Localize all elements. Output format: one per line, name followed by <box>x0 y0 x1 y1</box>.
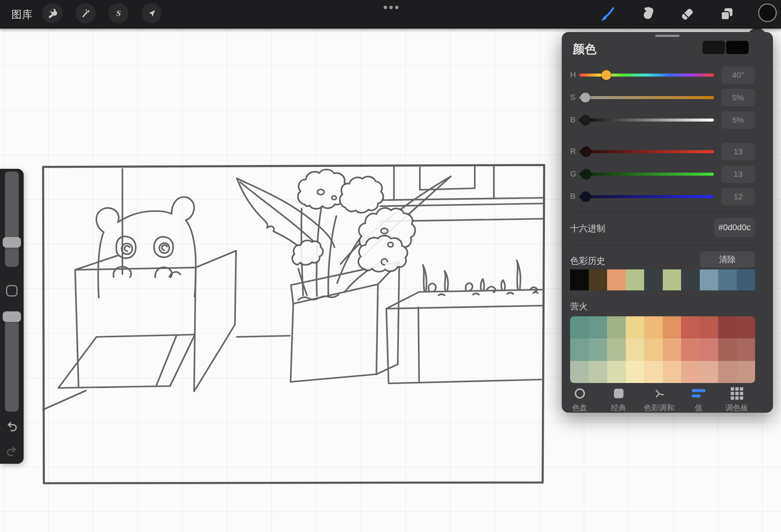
palette-swatch-r2-c5[interactable] <box>663 361 681 383</box>
palette-grid <box>570 316 755 383</box>
palette-swatch-r2-c2[interactable] <box>607 361 626 383</box>
tab-classic[interactable]: 经典 <box>598 387 640 413</box>
palette-swatch-r0-c5[interactable] <box>663 316 681 338</box>
panel-drag-handle[interactable] <box>655 35 680 37</box>
hsb-s-thumb[interactable] <box>580 93 590 103</box>
rgb-b-thumb[interactable] <box>581 192 591 202</box>
adjustments-button[interactable] <box>76 3 96 23</box>
palette-swatch-r1-c4[interactable] <box>644 338 663 361</box>
color-tool-button[interactable] <box>758 3 777 22</box>
tab-palettes[interactable]: 调色板 <box>716 387 758 413</box>
palette-swatch-r2-c6[interactable] <box>681 361 700 383</box>
gallery-button[interactable]: 图库 <box>11 8 33 21</box>
hsb-b-track[interactable] <box>579 119 714 122</box>
rgb-g-value[interactable]: 13 <box>721 165 755 183</box>
brush-size-handle[interactable] <box>3 237 21 248</box>
hsb-b-value[interactable]: 5% <box>721 111 755 129</box>
palette-swatch-r2-c1[interactable] <box>589 361 607 383</box>
current-color-swatch[interactable] <box>726 41 749 54</box>
value-bars-icon <box>692 389 705 397</box>
classic-square-icon <box>614 389 624 398</box>
palette-swatch-r1-c8[interactable] <box>718 338 737 361</box>
history-swatch-4[interactable] <box>644 269 663 290</box>
color-history-label: 色彩历史 <box>570 255 605 267</box>
palette-swatch-r1-c5[interactable] <box>663 338 681 361</box>
palette-swatch-r2-c7[interactable] <box>700 361 718 383</box>
brush-size-slider[interactable] <box>5 171 19 267</box>
history-swatch-6[interactable] <box>681 269 700 290</box>
history-swatch-0[interactable] <box>570 269 589 290</box>
hsb-s-track[interactable] <box>579 96 714 99</box>
history-swatch-3[interactable] <box>626 269 644 290</box>
top-toolbar: 图库 S <box>0 0 781 29</box>
hsb-b-thumb[interactable] <box>580 115 590 125</box>
history-swatch-1[interactable] <box>589 269 607 290</box>
tab-disc[interactable]: 色盘 <box>559 387 601 413</box>
palette-swatch-r0-c0[interactable] <box>570 316 589 338</box>
hsb-sliders: H40°S5%B5% <box>570 66 755 134</box>
side-toolbar <box>0 169 24 464</box>
palette-swatch-r0-c8[interactable] <box>718 316 737 338</box>
rgb-g-track[interactable] <box>579 173 714 176</box>
palette-swatch-r0-c3[interactable] <box>626 316 644 338</box>
opacity-handle[interactable] <box>3 311 21 322</box>
palette-swatch-r1-c2[interactable] <box>607 338 626 361</box>
actions-button[interactable] <box>42 3 63 23</box>
palette-swatch-r2-c3[interactable] <box>626 361 644 383</box>
palette-swatch-r1-c3[interactable] <box>626 338 644 361</box>
history-swatch-2[interactable] <box>607 269 626 290</box>
rgb-g-thumb[interactable] <box>581 169 591 179</box>
palette-swatch-r2-c4[interactable] <box>644 361 663 383</box>
palette-swatch-r0-c2[interactable] <box>607 316 626 338</box>
opacity-slider[interactable] <box>5 311 19 412</box>
hsb-h-thumb[interactable] <box>601 70 611 80</box>
rgb-r-thumb[interactable] <box>581 147 591 157</box>
redo-button[interactable] <box>5 444 18 457</box>
hex-label: 十六进制 <box>570 223 605 234</box>
palette-swatch-r2-c9[interactable] <box>737 361 755 383</box>
slider-label: B <box>570 192 579 201</box>
hsb-h-track[interactable] <box>579 74 714 77</box>
hsb-s-value[interactable]: 5% <box>721 89 755 106</box>
palette-swatch-r0-c7[interactable] <box>700 316 718 338</box>
panel-title: 颜色 <box>573 41 596 57</box>
eraser-tool-button[interactable] <box>677 4 697 24</box>
rgb-b-track[interactable] <box>579 195 714 198</box>
more-menu-button[interactable] <box>384 6 399 9</box>
rgb-b-value[interactable]: 12 <box>721 188 755 205</box>
transform-button[interactable] <box>141 3 162 23</box>
hex-value-field[interactable]: #0d0d0c <box>714 218 755 237</box>
history-swatch-5[interactable] <box>663 269 681 290</box>
tab-harmony[interactable]: 色彩调和 <box>638 387 680 413</box>
palette-swatch-r0-c9[interactable] <box>737 316 755 338</box>
layers-tool-button[interactable] <box>717 4 737 24</box>
modify-button[interactable] <box>6 285 18 296</box>
palette-swatch-r0-c1[interactable] <box>589 316 607 338</box>
hsb-h-value[interactable]: 40° <box>721 66 755 84</box>
rgb-r-value[interactable]: 13 <box>721 143 755 160</box>
history-swatch-7[interactable] <box>700 269 718 290</box>
divider <box>570 211 755 212</box>
palette-swatch-r0-c4[interactable] <box>644 316 663 338</box>
rgb-slider-row-b: B12 <box>570 188 755 205</box>
rgb-slider-row-g: G13 <box>570 165 755 183</box>
wrench-icon <box>47 8 58 19</box>
clear-history-button[interactable]: 清除 <box>700 252 755 268</box>
palette-swatch-r1-c1[interactable] <box>589 338 607 361</box>
palette-swatch-r1-c9[interactable] <box>737 338 755 361</box>
undo-button[interactable] <box>5 420 18 433</box>
palette-swatch-r1-c7[interactable] <box>700 338 718 361</box>
rgb-r-track[interactable] <box>579 150 714 153</box>
brush-tool-button[interactable] <box>597 4 617 24</box>
previous-color-swatch[interactable] <box>702 41 725 54</box>
history-swatch-8[interactable] <box>718 269 737 290</box>
history-swatch-9[interactable] <box>737 269 755 290</box>
palette-swatch-r0-c6[interactable] <box>681 316 700 338</box>
palette-swatch-r2-c8[interactable] <box>718 361 737 383</box>
tab-value[interactable]: 值 <box>678 387 720 413</box>
palette-swatch-r1-c0[interactable] <box>570 338 589 361</box>
palette-swatch-r2-c0[interactable] <box>570 361 589 383</box>
smudge-tool-button[interactable] <box>638 4 657 24</box>
palette-swatch-r1-c6[interactable] <box>681 338 700 361</box>
selection-button[interactable]: S <box>108 3 129 23</box>
